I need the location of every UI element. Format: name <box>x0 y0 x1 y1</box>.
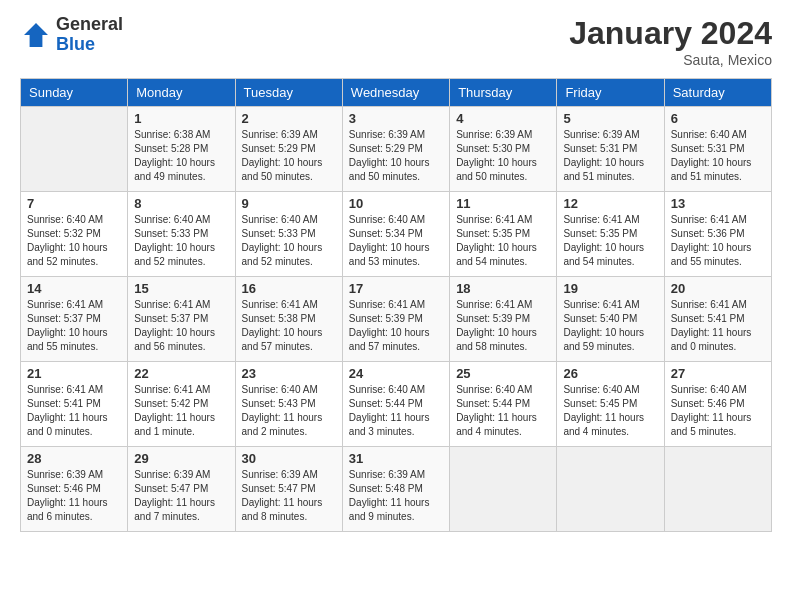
day-info: Sunrise: 6:39 AMSunset: 5:30 PMDaylight:… <box>456 128 550 184</box>
logo-general: General <box>56 15 123 35</box>
day-number: 29 <box>134 451 228 466</box>
day-number: 11 <box>456 196 550 211</box>
day-info: Sunrise: 6:40 AMSunset: 5:45 PMDaylight:… <box>563 383 657 439</box>
day-info: Sunrise: 6:41 AMSunset: 5:35 PMDaylight:… <box>456 213 550 269</box>
day-number: 8 <box>134 196 228 211</box>
logo-icon <box>20 19 52 51</box>
page-header: General Blue January 2024 Sauta, Mexico <box>20 15 772 68</box>
table-row: 23Sunrise: 6:40 AMSunset: 5:43 PMDayligh… <box>235 362 342 447</box>
table-row <box>450 447 557 532</box>
day-number: 6 <box>671 111 765 126</box>
day-number: 27 <box>671 366 765 381</box>
header-wednesday: Wednesday <box>342 79 449 107</box>
table-row: 30Sunrise: 6:39 AMSunset: 5:47 PMDayligh… <box>235 447 342 532</box>
day-number: 28 <box>27 451 121 466</box>
table-row: 8Sunrise: 6:40 AMSunset: 5:33 PMDaylight… <box>128 192 235 277</box>
logo: General Blue <box>20 15 123 55</box>
week-row-4: 21Sunrise: 6:41 AMSunset: 5:41 PMDayligh… <box>21 362 772 447</box>
day-info: Sunrise: 6:40 AMSunset: 5:44 PMDaylight:… <box>456 383 550 439</box>
svg-marker-0 <box>24 23 48 47</box>
table-row: 9Sunrise: 6:40 AMSunset: 5:33 PMDaylight… <box>235 192 342 277</box>
week-row-5: 28Sunrise: 6:39 AMSunset: 5:46 PMDayligh… <box>21 447 772 532</box>
header-saturday: Saturday <box>664 79 771 107</box>
title-section: January 2024 Sauta, Mexico <box>569 15 772 68</box>
day-number: 10 <box>349 196 443 211</box>
table-row <box>21 107 128 192</box>
day-number: 13 <box>671 196 765 211</box>
day-info: Sunrise: 6:41 AMSunset: 5:41 PMDaylight:… <box>27 383 121 439</box>
day-info: Sunrise: 6:39 AMSunset: 5:31 PMDaylight:… <box>563 128 657 184</box>
day-info: Sunrise: 6:39 AMSunset: 5:29 PMDaylight:… <box>242 128 336 184</box>
header-thursday: Thursday <box>450 79 557 107</box>
table-row: 24Sunrise: 6:40 AMSunset: 5:44 PMDayligh… <box>342 362 449 447</box>
month-year-title: January 2024 <box>569 15 772 52</box>
table-row: 5Sunrise: 6:39 AMSunset: 5:31 PMDaylight… <box>557 107 664 192</box>
table-row: 27Sunrise: 6:40 AMSunset: 5:46 PMDayligh… <box>664 362 771 447</box>
table-row: 18Sunrise: 6:41 AMSunset: 5:39 PMDayligh… <box>450 277 557 362</box>
day-info: Sunrise: 6:41 AMSunset: 5:41 PMDaylight:… <box>671 298 765 354</box>
header-tuesday: Tuesday <box>235 79 342 107</box>
table-row <box>664 447 771 532</box>
table-row: 31Sunrise: 6:39 AMSunset: 5:48 PMDayligh… <box>342 447 449 532</box>
day-info: Sunrise: 6:41 AMSunset: 5:36 PMDaylight:… <box>671 213 765 269</box>
header-friday: Friday <box>557 79 664 107</box>
table-row: 25Sunrise: 6:40 AMSunset: 5:44 PMDayligh… <box>450 362 557 447</box>
day-number: 5 <box>563 111 657 126</box>
table-row: 29Sunrise: 6:39 AMSunset: 5:47 PMDayligh… <box>128 447 235 532</box>
day-number: 17 <box>349 281 443 296</box>
week-row-2: 7Sunrise: 6:40 AMSunset: 5:32 PMDaylight… <box>21 192 772 277</box>
table-row: 6Sunrise: 6:40 AMSunset: 5:31 PMDaylight… <box>664 107 771 192</box>
day-number: 16 <box>242 281 336 296</box>
day-info: Sunrise: 6:39 AMSunset: 5:46 PMDaylight:… <box>27 468 121 524</box>
day-info: Sunrise: 6:41 AMSunset: 5:42 PMDaylight:… <box>134 383 228 439</box>
day-info: Sunrise: 6:41 AMSunset: 5:39 PMDaylight:… <box>456 298 550 354</box>
day-number: 12 <box>563 196 657 211</box>
table-row: 17Sunrise: 6:41 AMSunset: 5:39 PMDayligh… <box>342 277 449 362</box>
logo-blue: Blue <box>56 35 123 55</box>
day-number: 3 <box>349 111 443 126</box>
table-row: 2Sunrise: 6:39 AMSunset: 5:29 PMDaylight… <box>235 107 342 192</box>
table-row: 4Sunrise: 6:39 AMSunset: 5:30 PMDaylight… <box>450 107 557 192</box>
logo-text: General Blue <box>56 15 123 55</box>
table-row: 21Sunrise: 6:41 AMSunset: 5:41 PMDayligh… <box>21 362 128 447</box>
day-info: Sunrise: 6:40 AMSunset: 5:44 PMDaylight:… <box>349 383 443 439</box>
day-info: Sunrise: 6:39 AMSunset: 5:47 PMDaylight:… <box>242 468 336 524</box>
day-info: Sunrise: 6:39 AMSunset: 5:29 PMDaylight:… <box>349 128 443 184</box>
calendar-header-row: SundayMondayTuesdayWednesdayThursdayFrid… <box>21 79 772 107</box>
day-number: 19 <box>563 281 657 296</box>
day-info: Sunrise: 6:40 AMSunset: 5:33 PMDaylight:… <box>134 213 228 269</box>
header-monday: Monday <box>128 79 235 107</box>
day-number: 22 <box>134 366 228 381</box>
day-number: 21 <box>27 366 121 381</box>
table-row: 28Sunrise: 6:39 AMSunset: 5:46 PMDayligh… <box>21 447 128 532</box>
week-row-3: 14Sunrise: 6:41 AMSunset: 5:37 PMDayligh… <box>21 277 772 362</box>
day-number: 2 <box>242 111 336 126</box>
table-row: 12Sunrise: 6:41 AMSunset: 5:35 PMDayligh… <box>557 192 664 277</box>
day-number: 25 <box>456 366 550 381</box>
day-number: 24 <box>349 366 443 381</box>
day-info: Sunrise: 6:39 AMSunset: 5:47 PMDaylight:… <box>134 468 228 524</box>
table-row: 1Sunrise: 6:38 AMSunset: 5:28 PMDaylight… <box>128 107 235 192</box>
day-info: Sunrise: 6:39 AMSunset: 5:48 PMDaylight:… <box>349 468 443 524</box>
table-row: 15Sunrise: 6:41 AMSunset: 5:37 PMDayligh… <box>128 277 235 362</box>
calendar-table: SundayMondayTuesdayWednesdayThursdayFrid… <box>20 78 772 532</box>
day-number: 20 <box>671 281 765 296</box>
day-info: Sunrise: 6:38 AMSunset: 5:28 PMDaylight:… <box>134 128 228 184</box>
location-subtitle: Sauta, Mexico <box>569 52 772 68</box>
day-number: 1 <box>134 111 228 126</box>
day-number: 9 <box>242 196 336 211</box>
day-info: Sunrise: 6:41 AMSunset: 5:37 PMDaylight:… <box>27 298 121 354</box>
day-info: Sunrise: 6:41 AMSunset: 5:38 PMDaylight:… <box>242 298 336 354</box>
day-info: Sunrise: 6:41 AMSunset: 5:40 PMDaylight:… <box>563 298 657 354</box>
day-info: Sunrise: 6:40 AMSunset: 5:34 PMDaylight:… <box>349 213 443 269</box>
header-sunday: Sunday <box>21 79 128 107</box>
table-row: 19Sunrise: 6:41 AMSunset: 5:40 PMDayligh… <box>557 277 664 362</box>
day-info: Sunrise: 6:40 AMSunset: 5:43 PMDaylight:… <box>242 383 336 439</box>
day-info: Sunrise: 6:41 AMSunset: 5:39 PMDaylight:… <box>349 298 443 354</box>
table-row: 13Sunrise: 6:41 AMSunset: 5:36 PMDayligh… <box>664 192 771 277</box>
day-info: Sunrise: 6:40 AMSunset: 5:46 PMDaylight:… <box>671 383 765 439</box>
table-row: 16Sunrise: 6:41 AMSunset: 5:38 PMDayligh… <box>235 277 342 362</box>
day-number: 4 <box>456 111 550 126</box>
week-row-1: 1Sunrise: 6:38 AMSunset: 5:28 PMDaylight… <box>21 107 772 192</box>
table-row: 22Sunrise: 6:41 AMSunset: 5:42 PMDayligh… <box>128 362 235 447</box>
